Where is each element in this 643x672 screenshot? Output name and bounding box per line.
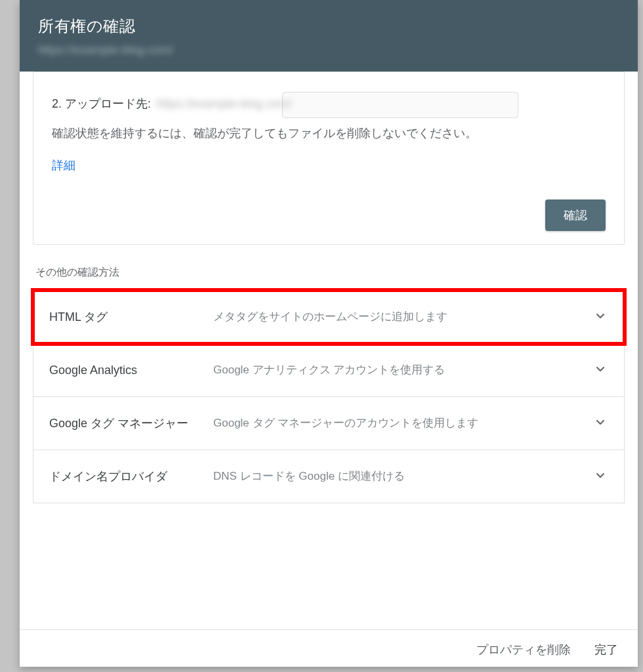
method-desc: Google アナリティクス アカウントを使用する [213, 362, 582, 379]
method-name: Google タグ マネージャー [49, 415, 213, 431]
remove-property-button[interactable]: プロパティを削除 [476, 642, 571, 658]
verify-button[interactable]: 確認 [545, 200, 606, 231]
other-methods-label: その他の確認方法 [35, 266, 622, 280]
chevron-down-icon [592, 414, 608, 432]
chevron-down-icon [592, 308, 608, 326]
file-download-box [282, 92, 518, 118]
ownership-verification-modal: 所有権の確認 https://example-blog.com/ 2. アップロ… [20, 0, 638, 667]
method-desc: DNS レコードを Google に関連付ける [213, 468, 582, 485]
done-button[interactable]: 完了 [594, 642, 618, 658]
method-domain-provider[interactable]: ドメイン名プロバイダ DNS レコードを Google に関連付ける [33, 450, 625, 503]
details-link[interactable]: 詳細 [52, 158, 75, 173]
method-google-analytics[interactable]: Google Analytics Google アナリティクス アカウントを使用… [33, 344, 625, 397]
method-google-tag-manager[interactable]: Google タグ マネージャー Google タグ マネージャーのアカウントを… [33, 397, 625, 450]
method-html-tag[interactable]: HTML タグ メタタグをサイトのホームページに追加します [33, 290, 625, 344]
method-desc: メタタグをサイトのホームページに追加します [213, 308, 582, 326]
method-name: HTML タグ [49, 309, 213, 325]
upload-url-blurred: https://example-blog.com/ [156, 97, 291, 111]
modal-title: 所有権の確認 [38, 16, 619, 37]
verify-row: 確認 [52, 200, 606, 231]
method-list: HTML タグ メタタグをサイトのホームページに追加します Google Ana… [33, 290, 625, 503]
method-name: Google Analytics [49, 364, 213, 377]
modal-footer: プロパティを削除 完了 [20, 629, 638, 667]
modal-header: 所有権の確認 https://example-blog.com/ [20, 0, 638, 72]
property-url-blurred: https://example-blog.com/ [38, 43, 619, 57]
method-name: ドメイン名プロバイダ [49, 469, 213, 484]
modal-body: 2. アップロード先: https://example-blog.com/ 確認… [20, 72, 638, 629]
retention-note: 確認状態を維持するには、確認が完了してもファイルを削除しないでください。 [52, 122, 606, 144]
upload-step-prefix: 2. アップロード先: [52, 96, 151, 112]
chevron-down-icon [592, 467, 608, 486]
method-desc: Google タグ マネージャーのアカウントを使用します [213, 415, 582, 432]
chevron-down-icon [592, 361, 608, 379]
